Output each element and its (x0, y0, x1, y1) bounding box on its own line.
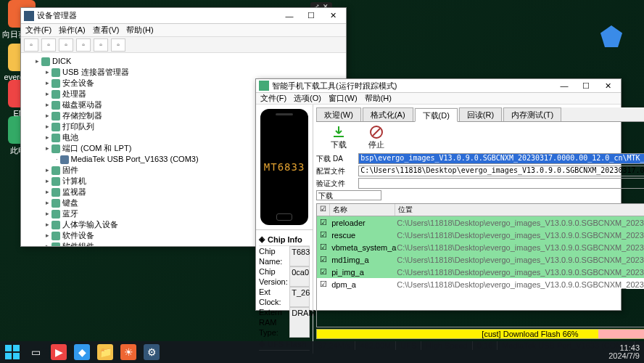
clock[interactable]: 11:43 2024/7/9 (608, 344, 640, 360)
titlebar[interactable]: 智能手机下载工具(运行时跟踪模式) — ☐ ✕ (256, 79, 621, 93)
taskbar-app[interactable]: ⚙ (144, 344, 160, 360)
sp-flash-tool-window: 智能手机下载工具(运行时跟踪模式) — ☐ ✕ 文件(F)选项(O)窗口(W)帮… (255, 78, 622, 311)
taskbar-app[interactable]: 📁 (97, 344, 113, 360)
auth-path-input[interactable] (358, 178, 644, 189)
tab[interactable]: 下载(D) (415, 108, 458, 122)
stop-icon (369, 125, 384, 139)
taskbar-app[interactable]: ☀ (120, 344, 136, 360)
close-button[interactable]: ✕ (323, 9, 343, 23)
taskbar: ▭ ▶ ◆ 📁 ☀ ⚙ 11:43 2024/7/9 (0, 341, 644, 363)
download-mode-select[interactable]: 下载 (316, 190, 381, 200)
nav-fwd-icon[interactable]: ▫ (41, 38, 56, 52)
download-icon (331, 125, 346, 139)
da-path-input[interactable]: bsp\evergo_images_V13.0.9.0.SGBCNXM_2023… (358, 153, 644, 164)
partition-row[interactable]: ☑dpm_aC:\Users\11818\Desktop\evergo_imag… (317, 278, 644, 289)
menu-item[interactable]: 文件(F) (25, 25, 51, 36)
thunderbird-icon[interactable] (600, 25, 622, 47)
taskview-button[interactable]: ▭ (28, 344, 44, 360)
tab[interactable]: 内存测试(T) (503, 107, 561, 121)
toolbar: ▫▫▫▫▫▫ (21, 37, 346, 53)
menu-item[interactable]: 操作(A) (59, 25, 86, 36)
menu-item[interactable]: 查看(V) (93, 25, 120, 36)
menu-item[interactable]: 帮助(H) (365, 93, 392, 104)
chip-model: MT6833 (264, 161, 305, 173)
scatter-path-input[interactable]: C:\Users\11818\Desktop\evergo_images_V13… (358, 166, 644, 176)
maximize-button[interactable]: ☐ (301, 9, 321, 23)
menu-item[interactable]: 帮助(H) (126, 25, 153, 36)
root-node[interactable]: DICK (52, 56, 71, 67)
window-title: 智能手机下载工具(运行时跟踪模式) (272, 81, 551, 91)
download-button[interactable]: 下载 (331, 125, 347, 150)
taskbar-app[interactable]: ▶ (51, 344, 67, 360)
tree-node[interactable]: USB 连接器管理器 (46, 67, 342, 78)
menu-item[interactable]: 文件(F) (260, 93, 286, 104)
partition-row[interactable]: ☑md1img_aC:\Users\11818\Desktop\evergo_i… (317, 253, 644, 266)
close-button[interactable]: ✕ (598, 79, 618, 92)
menu-bar: 文件(F)操作(A)查看(V)帮助(H) (21, 24, 346, 37)
svg-line-1 (373, 129, 380, 136)
app-icon (24, 11, 34, 21)
tab[interactable]: 欢迎(W) (316, 107, 361, 121)
chip-info-header[interactable]: ◈ Chip Info (259, 233, 310, 246)
menu-bar: 文件(F)选项(O)窗口(W)帮助(H) (256, 93, 621, 105)
tab[interactable]: 回读(R) (459, 107, 502, 121)
partition-row[interactable]: ☑pi_img_aC:\Users\11818\Desktop\evergo_i… (317, 266, 644, 278)
maximize-button[interactable]: ☐ (576, 79, 596, 92)
minimize-button[interactable]: — (554, 79, 574, 92)
refresh-icon[interactable]: ▫ (59, 38, 73, 52)
scan-icon[interactable]: ▫ (111, 38, 125, 52)
prop-icon[interactable]: ▫ (76, 38, 91, 52)
minimize-button[interactable]: — (279, 9, 300, 23)
help-icon[interactable]: ▫ (94, 38, 108, 52)
titlebar[interactable]: 设备管理器 — ☐ ✕ (21, 8, 346, 24)
tab-bar: 欢迎(W)格式化(A)下载(D)回读(R)内存测试(T) (316, 107, 644, 122)
partition-table[interactable]: ☑名称位置 ☑preloaderC:\Users\11818\Desktop\e… (316, 203, 644, 327)
start-button[interactable] (4, 344, 20, 360)
taskbar-app[interactable]: ◆ (74, 344, 90, 360)
partition-row[interactable]: ☑preloaderC:\Users\11818\Desktop\evergo_… (317, 216, 644, 229)
nav-back-icon[interactable]: ▫ (24, 38, 38, 52)
phone-preview: MT6833 (260, 109, 308, 225)
progress-bar: [cust] Download Flash 66% (316, 329, 644, 339)
menu-item[interactable]: 选项(O) (294, 93, 321, 104)
stop-button[interactable]: 停止 (368, 125, 384, 150)
window-title: 设备管理器 (37, 10, 276, 21)
partition-row[interactable]: ☑vbmeta_system_aC:\Users\11818\Desktop\e… (317, 241, 644, 253)
partition-row[interactable]: ☑rescueC:\Users\11818\Desktop\evergo_ima… (317, 229, 644, 241)
tab[interactable]: 格式化(A) (363, 107, 413, 121)
app-icon (259, 81, 269, 91)
menu-item[interactable]: 窗口(W) (329, 93, 358, 104)
